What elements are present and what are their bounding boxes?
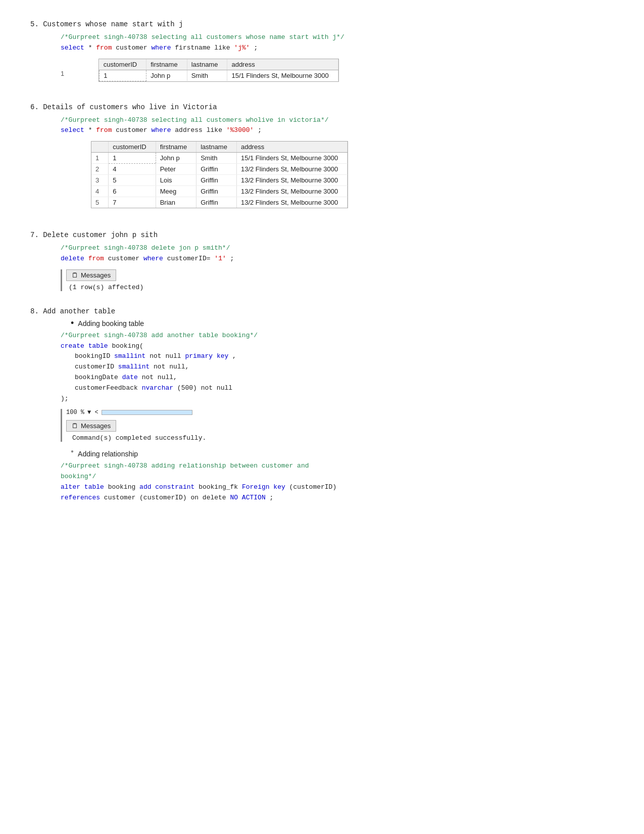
bullet-1: • Adding booking table: [71, 319, 614, 328]
progress-row: 100 % ▼ <: [66, 409, 614, 418]
section-7-title: 7. Delete customer john p sith: [30, 231, 614, 239]
sql-semi-7: ;: [230, 255, 234, 262]
messages-label-7: Messages: [81, 271, 111, 279]
kw-smallint2: smallint: [118, 363, 150, 370]
sql-col-6: address like: [175, 126, 226, 134]
td-cid-6-3: 5: [109, 175, 156, 186]
section-7: 7. Delete customer john p sith /*Gurpree…: [30, 231, 614, 291]
sql-tbl-name: booking(: [112, 342, 143, 350]
kw-alter: alter: [61, 483, 80, 491]
comment2-text: /*Gurpreet singh-40738 adding relationsh…: [61, 462, 309, 470]
td-addr-6-3: 13/2 Flinders St, Melbourne 3000: [236, 175, 347, 186]
col-comma1: ,: [232, 352, 236, 360]
section-5-table: customerID firstname lastname address 1 …: [98, 59, 338, 82]
kw-constraint: constraint: [155, 483, 194, 491]
table-row: 3 5 Lois Griffin 13/2 Flinders St, Melbo…: [91, 175, 348, 186]
kw-where-5: where: [151, 44, 171, 52]
section-6-comment: /*Gurpreet singh-40738 selecting all cus…: [61, 115, 614, 126]
sql-star-6: *: [88, 126, 96, 134]
kw-pk: primary key: [185, 352, 228, 360]
td-addr-6-1: 15/1 Flinders St, Melbourne 3000: [236, 153, 347, 164]
table-row: 1 John p Smith 15/1 Flinders St, Melbour…: [100, 70, 338, 81]
section-8-code2: /*Gurpreet singh-40738 adding relationsh…: [61, 461, 614, 503]
td-cid-6-4: 6: [109, 186, 156, 197]
progress-bar: [102, 410, 192, 415]
section-5-title: 5. Customers whose name start with j: [30, 20, 614, 28]
messages-text-8: Command(s) completed successfully.: [72, 434, 206, 442]
sql-val-6: '%3000': [226, 126, 254, 134]
section-6-sql: select * from customer where address lik…: [61, 125, 614, 136]
sql-paren-close: );: [61, 395, 69, 402]
th-customerid-5: customerID: [100, 59, 146, 70]
col-customerid: customerID: [75, 363, 118, 370]
section-8-comment1: /*Gurpreet singh-40738 add another table…: [61, 331, 614, 341]
sql-table-6: customer: [116, 126, 151, 134]
bullet-dot-2: ●: [71, 449, 74, 454]
td-fn-5-1: John p: [146, 70, 187, 81]
sql-val-7: '1': [214, 255, 226, 262]
messages-header-8: 🗒 Messages: [66, 420, 116, 432]
sql-table-7: customer: [108, 255, 143, 262]
sql-create-line5: customerFeedback nvarchar (500) not null: [75, 383, 614, 394]
kw-no-action: NO ACTION: [230, 494, 265, 501]
messages-icon-7: 🗒: [72, 271, 78, 279]
td-ln-6-2: Griffin: [196, 164, 237, 175]
messages-icon-8: 🗒: [72, 422, 78, 430]
sql-semi-5: ;: [254, 44, 258, 52]
th-firstname-5: firstname: [146, 59, 187, 70]
rn-6-3: 3: [91, 175, 109, 186]
td-cid-6-2: 4: [109, 164, 156, 175]
section-6-table: customerID firstname lastname address 1 …: [91, 141, 348, 208]
sql-col-5: firstname like: [175, 44, 234, 52]
th-address-6: address: [236, 142, 347, 153]
messages-body-7: (1 row(s) affected): [66, 284, 614, 291]
bullet-2: ● Adding relationship: [71, 450, 614, 458]
progress-bar-container: 100 % ▼ <: [66, 409, 192, 416]
kw-where-6: where: [151, 126, 171, 134]
td-addr-6-5: 13/2 Flinders St, Melbourne 3000: [236, 197, 347, 208]
col-nv-param: (500) not null: [177, 384, 232, 392]
section-7-code: /*Gurpreet singh-40738 delete jon p smit…: [61, 243, 614, 264]
section-5: 5. Customers whose name start with j /*G…: [30, 20, 614, 87]
sql-alter-line1: alter table booking add constraint booki…: [61, 482, 614, 493]
td-addr-6-4: 13/2 Flinders St, Melbourne 3000: [236, 186, 347, 197]
td-cid-5-1: 1: [100, 70, 146, 81]
td-addr-5-1: 15/1 Flinders St, Melbourne 3000: [227, 70, 338, 81]
table-row: 2 4 Peter Griffin 13/2 Flinders St, Melb…: [91, 164, 348, 175]
th-customerid-6: customerID: [109, 142, 156, 153]
kw-create: create: [61, 342, 84, 350]
th-lastname-6: lastname: [196, 142, 237, 153]
section-8-title: 8. Add another table: [30, 307, 614, 315]
sql-alter-line2: references customer (customerID) on dele…: [61, 493, 614, 503]
th-firstname-6: firstname: [156, 142, 196, 153]
td-fn-6-1: John p: [156, 153, 196, 164]
messages-label-8: Messages: [81, 422, 111, 430]
table-row: 4 6 Meeg Griffin 13/2 Flinders St, Melbo…: [91, 186, 348, 197]
col-bookingdate: bookingDate: [75, 374, 122, 381]
section-5-table-row: 1 customerID firstname lastname address …: [61, 59, 614, 87]
kw-table: table: [88, 342, 108, 350]
rn-6-5: 5: [91, 197, 109, 208]
messages-body-8: Command(s) completed successfully.: [66, 434, 614, 442]
td-cid-6-1: 1: [109, 153, 156, 164]
kw-table2: table: [84, 483, 104, 491]
progress-label: 100 %: [66, 409, 84, 416]
th-lastname-5: lastname: [187, 59, 227, 70]
section-6-table-wrapper: customerID firstname lastname address 1 …: [61, 141, 614, 215]
kw-foreign: Foreign key: [242, 483, 285, 491]
td-ln-6-4: Griffin: [196, 186, 237, 197]
td-ln-6-3: Griffin: [196, 175, 237, 186]
sql-booking2: booking: [108, 483, 139, 491]
row-num-5: 1: [61, 59, 64, 77]
td-ln-5-1: Smith: [187, 70, 227, 81]
kw-date: date: [122, 374, 138, 381]
section-6: 6. Details of customers who live in Vict…: [30, 103, 614, 215]
section-7-sql: delete from customer where customerID= '…: [61, 254, 614, 264]
kw-where-7: where: [143, 255, 163, 262]
td-addr-6-2: 13/2 Flinders St, Melbourne 3000: [236, 164, 347, 175]
sql-val-5: 'j%': [234, 44, 250, 52]
kw-references: references: [61, 494, 100, 501]
sql-star-5: *: [88, 44, 96, 52]
sql-fk-col: (customerID): [289, 483, 337, 491]
kw-nvarchar: nvarchar: [142, 384, 173, 392]
